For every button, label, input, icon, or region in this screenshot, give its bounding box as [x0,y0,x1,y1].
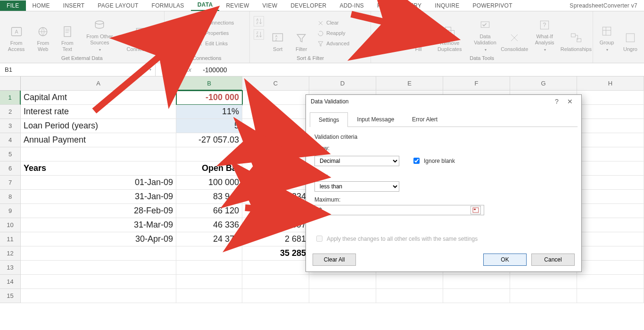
row-header-2[interactable]: 2 [0,105,21,119]
cell-H11[interactable] [577,232,644,246]
sort-asc-icon[interactable]: AZ [254,16,264,26]
tab-data[interactable]: DATA [191,0,220,11]
cell-C13[interactable] [242,261,309,275]
cell-B10[interactable]: 46 336 [176,218,242,232]
cell-C2[interactable] [242,105,309,119]
connections-button[interactable]: Connections [194,18,246,28]
cell-A13[interactable] [21,261,176,275]
allow-select[interactable]: Decimal [314,156,399,166]
close-icon[interactable]: ✕ [563,98,577,105]
cell-A2[interactable]: Interest rate [21,105,176,119]
existing-connections-button[interactable]: Existing Connections [122,13,160,53]
cell-G14[interactable] [510,275,577,289]
col-header-B[interactable]: B [176,76,242,91]
col-header-C[interactable]: C [242,76,309,91]
tab-view[interactable]: VIEW [256,0,284,11]
row-header-12[interactable]: 12 [0,246,21,261]
reapply-button[interactable]: Reapply [315,29,367,38]
cell-H2[interactable] [577,105,644,119]
cell-C6[interactable]: Int charge [242,161,309,176]
edit-links-button[interactable]: Edit Links [194,39,246,49]
from-access-button[interactable]: A From Access [4,13,29,53]
tab-page-layout[interactable]: PAGE LAYOUT [91,0,145,11]
name-box[interactable]: ▾ [0,63,156,76]
name-box-input[interactable] [4,66,146,74]
cell-B2[interactable]: 11% [176,105,242,119]
from-other-sources-button[interactable]: From Other Sources▾ [81,13,118,53]
cell-B8[interactable]: 83 943 [176,190,242,204]
range-picker-icon[interactable] [471,206,481,214]
fx-icon[interactable]: fx [187,66,191,73]
cell-E14[interactable] [376,275,443,289]
cell-B4[interactable]: -27 057.03 [176,133,242,147]
row-header-9[interactable]: 9 [0,204,21,218]
cancel-button[interactable]: Cancel [531,254,575,266]
cell-C4[interactable] [242,133,309,147]
row-header-1[interactable]: 1 [0,91,21,105]
cell-A10[interactable]: 31-Mar-09 [21,218,176,232]
tab-review[interactable]: REVIEW [219,0,256,11]
cell-E15[interactable] [376,289,443,303]
remove-duplicates-button[interactable]: Remove Duplicates [432,13,467,53]
col-header-E[interactable]: E [376,76,443,91]
cell-A8[interactable]: 31-Jan-09 [21,190,176,204]
col-header-D[interactable]: D [309,76,376,91]
name-box-dropdown-icon[interactable]: ▾ [149,68,151,72]
cell-B15[interactable] [176,289,242,303]
cell-B11[interactable]: 24 376 [176,232,242,246]
row-header-6[interactable]: 6 [0,161,21,176]
cell-B1[interactable]: -100 000 [176,91,242,105]
cell-C15[interactable] [242,289,309,303]
cell-H8[interactable] [577,190,644,204]
row-header-8[interactable]: 8 [0,190,21,204]
tab-inquire[interactable]: INQUIRE [428,0,466,11]
cell-F15[interactable] [443,289,510,303]
cell-H10[interactable] [577,218,644,232]
refresh-all-button[interactable]: Refresh All▾ [168,13,190,53]
tab-powerpivot[interactable]: POWERPIVOT [466,0,519,11]
clear-button[interactable]: Clear [315,18,367,28]
cell-H4[interactable] [577,133,644,147]
row-header-15[interactable]: 15 [0,289,21,303]
advanced-button[interactable]: Advanced [315,39,367,49]
cell-F14[interactable] [443,275,510,289]
cell-A1[interactable]: Capital Amt [21,91,176,105]
cell-C11[interactable]: 2 681 [242,232,309,246]
col-header-G[interactable]: G [510,76,577,91]
sort-desc-icon[interactable]: ZA [254,29,264,40]
cell-C14[interactable] [242,275,309,289]
cell-A12[interactable] [21,246,176,261]
consolidate-button[interactable]: Consolidate [503,13,526,53]
properties-button[interactable]: Properties [194,29,246,38]
cell-C1[interactable] [242,91,309,105]
flash-fill-button[interactable]: Flash Fill [408,13,428,53]
from-text-button[interactable]: From Text [57,13,77,53]
tab-input-message[interactable]: Input Message [348,112,403,127]
formula-input[interactable] [197,66,644,74]
col-header-A[interactable]: A [21,76,176,91]
accept-edit-icon[interactable]: ✓ [174,65,180,74]
tab-addins[interactable]: ADD-INS [333,0,370,11]
cell-A11[interactable]: 30-Apr-09 [21,232,176,246]
cell-B13[interactable] [176,261,242,275]
col-header-H[interactable]: H [577,76,644,91]
help-button[interactable]: ? [550,98,563,105]
row-header-5[interactable]: 5 [0,147,21,161]
cell-C8[interactable]: 9 234 [242,190,309,204]
cancel-edit-icon[interactable]: ✕ [161,65,167,74]
cell-H12[interactable] [577,246,644,261]
tab-developer[interactable]: DEVELOPER [284,0,333,11]
cell-H5[interactable] [577,147,644,161]
what-if-button[interactable]: ?What-If Analysis▾ [530,13,560,53]
cell-H1[interactable] [577,91,644,105]
cell-A6[interactable]: Years [21,161,176,176]
cell-H7[interactable] [577,176,644,190]
cell-C10[interactable]: 5 097 [242,218,309,232]
row-header-10[interactable]: 10 [0,218,21,232]
cell-B9[interactable]: 66 120 [176,204,242,218]
clear-all-button[interactable]: Clear All [313,254,356,266]
cell-B14[interactable] [176,275,242,289]
cell-A15[interactable] [21,289,176,303]
cell-A14[interactable] [21,275,176,289]
cell-C5[interactable] [242,147,309,161]
